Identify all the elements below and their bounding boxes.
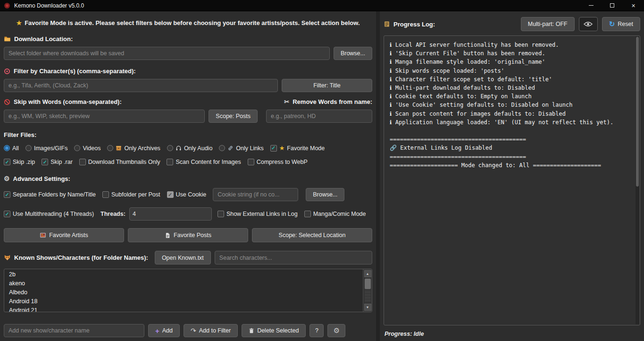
scroll-down-button[interactable]: ▼ [364, 304, 371, 311]
scroll-up-button[interactable]: ▲ [364, 270, 371, 277]
radio-indicator [107, 145, 113, 151]
radio-only-audio[interactable]: Only Audio [167, 145, 212, 152]
option-label: Download Thumbnails Only [88, 159, 160, 165]
radio-all[interactable]: All [4, 145, 19, 152]
scroll-track[interactable] [365, 290, 371, 302]
log-line: ℹ Skip words scope loaded: 'posts' [390, 67, 634, 75]
option-label: Use Cookie [176, 191, 207, 198]
download-location-input[interactable] [4, 47, 330, 60]
panel-splitter[interactable] [376, 11, 380, 341]
skip-words-input[interactable] [4, 110, 205, 123]
archive-icon [116, 145, 122, 151]
progress-log[interactable]: ℹ Local API server functionality has bee… [384, 35, 640, 325]
checkbox-indicator: ✓ [4, 211, 10, 217]
favorite-mode-banner: ★Favorite Mode is active. Please select … [4, 13, 372, 28]
list-item[interactable]: akeno [4, 279, 363, 288]
checkbox-scan-content-for-images[interactable]: ✓Scan Content for Images [167, 159, 241, 165]
delete-selected-button[interactable]: Delete Selected [242, 324, 306, 337]
character-filter-scope-button[interactable]: Filter: Title [282, 79, 372, 92]
plus-icon: + [155, 327, 159, 335]
minimize-button[interactable] [580, 0, 602, 11]
character-filter-input[interactable] [4, 79, 278, 92]
checkbox-download-thumbnails-only[interactable]: ✓Download Thumbnails Only [79, 159, 160, 165]
known-characters-label: Known Shows/Characters (for Folder Names… [4, 254, 148, 261]
checkbox-manga-comic-mode[interactable]: ✓Manga/Comic Mode [304, 211, 366, 217]
option-label: Separate Folders by Name/Title [13, 191, 96, 198]
action-scope-selected-location[interactable]: Scope: Selected Location [252, 228, 372, 242]
window-title: Kemono Downloader v5.0.0 [14, 2, 84, 9]
download-browse-button[interactable]: Browse... [334, 47, 372, 60]
advanced-settings-label: ⚙ Advanced Settings: [4, 175, 372, 182]
action-buttons-row: Favorite ArtistsFavorite PostsScope: Sel… [4, 228, 372, 242]
app-window: Kemono Downloader v5.0.0 × ★Favorite Mod… [0, 0, 644, 341]
character-search-input[interactable] [215, 251, 372, 264]
settings-button[interactable]: ⚙ [327, 324, 345, 337]
action-favorite-posts[interactable]: Favorite Posts [128, 228, 248, 242]
checkbox-skip-zip[interactable]: ✓Skip .zip [4, 159, 35, 165]
option-label: Images/GIFs [34, 145, 68, 152]
list-item[interactable]: Albedo [4, 288, 363, 297]
list-scrollbar[interactable]: ▲ ▼ [363, 269, 372, 312]
log-scrollbar[interactable] [636, 36, 639, 324]
list-item[interactable]: Android 18 [4, 297, 363, 306]
list-item[interactable]: Android 21 [4, 306, 363, 312]
checkbox-use-multithreading-4-threads[interactable]: ✓Use Multithreading (4 Threads) [4, 211, 94, 217]
action-favorite-artists[interactable]: Favorite Artists [4, 228, 124, 242]
checkbox-use-cookie[interactable]: ✓Use Cookie [167, 191, 207, 198]
checkbox-indicator: ✓ [42, 159, 48, 165]
radio-only-archives[interactable]: Only Archives [107, 145, 160, 152]
cookie-input[interactable] [213, 188, 298, 201]
checkbox-show-external-links-in-log[interactable]: ✓Show External Links in Log [217, 211, 298, 217]
checkbox-separate-folders-by-name-title[interactable]: ✓Separate Folders by Name/Title [4, 191, 96, 198]
advanced-row-2: ✓Use Multithreading (4 Threads) Threads:… [4, 207, 372, 221]
checkbox-subfolder-per-post[interactable]: ✓Subfolder per Post [102, 191, 160, 198]
log-line: ======================================== [390, 135, 634, 144]
checkbox-compress-to-webp[interactable]: ✓Compress to WebP [248, 159, 308, 165]
window-controls: × [580, 0, 644, 11]
close-button[interactable]: × [623, 0, 644, 11]
scroll-thumb[interactable] [365, 279, 371, 289]
checkbox-skip-rar[interactable]: ✓Skip .rar [42, 159, 73, 165]
list-item[interactable]: 2b [4, 270, 363, 279]
help-button[interactable]: ? [309, 324, 324, 337]
link-icon [227, 145, 234, 151]
log-scroll-thumb[interactable] [636, 37, 639, 187]
radio-videos[interactable]: Videos [74, 145, 100, 152]
add-character-input[interactable] [4, 324, 144, 337]
log-line: ℹ Character filter scope set to default:… [390, 75, 634, 84]
option-label: Only Links [236, 145, 263, 152]
option-label: Manga/Comic Mode [313, 211, 366, 217]
star-icon: ★ [279, 145, 285, 152]
add-button[interactable]: + Add [148, 324, 180, 337]
radio-images-gifs[interactable]: Images/GIFs [25, 145, 68, 152]
log-line: ======================================== [390, 153, 634, 161]
maximize-button[interactable] [602, 0, 623, 11]
cookie-browse-button[interactable]: Browse... [306, 188, 344, 201]
headphones-icon [176, 145, 182, 151]
open-known-button[interactable]: Open Known.txt [155, 251, 211, 264]
add-to-filter-button[interactable]: ↷ Add to Filter [184, 324, 238, 337]
skip-scope-button[interactable]: Scope: Posts [209, 110, 258, 123]
option-label: Subfolder per Post [111, 191, 160, 198]
checkbox-indicator: ✓ [167, 159, 173, 165]
advanced-row2-options: ✓Show External Links in Log✓Manga/Comic … [217, 211, 366, 217]
radio-indicator [167, 145, 173, 151]
threads-input[interactable] [129, 207, 212, 221]
option-label: Skip .rar [50, 159, 73, 165]
eye-toggle-button[interactable] [579, 17, 598, 31]
radio-only-links[interactable]: Only Links [219, 145, 263, 152]
add-character-row: + Add ↷ Add to Filter Delete Selected ? … [4, 319, 372, 337]
checkbox-favorite-mode[interactable]: ✓★Favorite Mode [270, 145, 325, 152]
multipart-toggle-button[interactable]: Multi-part: OFF [521, 17, 575, 31]
reset-button[interactable]: ↻ Reset [602, 17, 640, 31]
character-filter-label: Filter by Character(s) (comma-separated)… [4, 68, 372, 75]
button-label: Scope: Selected Location [279, 232, 346, 239]
log-line: ℹ Local API server functionality has bee… [390, 41, 634, 49]
character-list[interactable]: 2bakenoAlbedoAndroid 18Android 21 ▲ ▼ [4, 269, 372, 312]
remove-words-input[interactable] [266, 110, 372, 123]
radio-indicator [219, 145, 225, 151]
option-label: Only Archives [124, 145, 160, 152]
scissors-icon: ✂ [284, 98, 289, 105]
no-entry-icon [4, 99, 10, 105]
download-location-label: Download Location: [4, 35, 372, 43]
